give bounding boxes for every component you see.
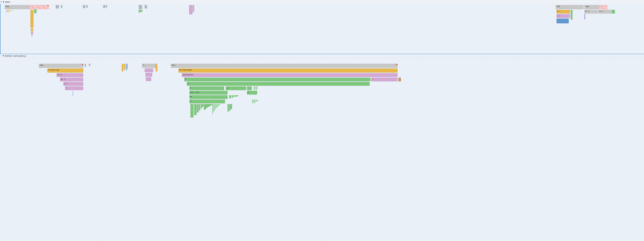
worker-anous[interactable]: (ano...ous) <box>190 91 228 94</box>
worker-orange-near-t[interactable] <box>156 64 157 71</box>
worker-right-bars <box>254 86 258 90</box>
worker-as[interactable]: (a...s) <box>57 73 83 77</box>
mini-purple-tr <box>584 14 585 19</box>
main-purple-col[interactable] <box>189 5 192 14</box>
main-blue-rect[interactable] <box>556 18 569 23</box>
worker-green-v-tall-2[interactable] <box>194 104 196 115</box>
worker-orange-mid-1[interactable] <box>122 64 124 71</box>
worker-green-v-tall-4[interactable] <box>199 104 200 110</box>
worker-V[interactable]: V <box>190 100 225 103</box>
worker-blue-line-1 <box>73 91 73 96</box>
main-task-mid-6[interactable] <box>106 5 107 8</box>
main-task-1-stripe <box>29 5 49 9</box>
main-re-block[interactable]: R...e <box>584 10 598 14</box>
worker-paren-ft-right[interactable]: (... <box>371 78 398 81</box>
worker-blue-mid-2 <box>127 64 128 69</box>
main-purple-col-2[interactable] <box>193 5 194 12</box>
main-green-1[interactable] <box>34 10 36 13</box>
main-task-mid-3[interactable] <box>83 5 85 8</box>
worker-_e[interactable]: _e <box>226 86 246 90</box>
main-fi-block[interactable]: F...I <box>556 10 570 14</box>
worker-v-right <box>252 100 258 103</box>
main-section-header[interactable]: ▼ Main <box>0 0 644 4</box>
worker-green-w-1[interactable] <box>229 95 231 98</box>
worker-orange-mid-2[interactable] <box>124 64 125 70</box>
worker-gray-2[interactable] <box>89 64 90 66</box>
tiny-purple-1 <box>32 35 32 36</box>
main-green-tr[interactable] <box>612 10 615 14</box>
main-orange-sub1[interactable] <box>31 28 33 31</box>
worker-green-dense-7[interactable] <box>211 104 212 105</box>
main-task-mid-2[interactable] <box>61 5 62 8</box>
worker-green-r3[interactable] <box>231 104 232 109</box>
main-task-mid-1[interactable] <box>56 5 59 8</box>
timeline-container: ▼ Main Task <box>0 0 644 241</box>
main-lat-block[interactable]: La...t <box>598 10 611 14</box>
worker-lt[interactable]: lt <box>187 82 370 86</box>
main-section: ▼ Main Task <box>0 0 644 54</box>
worker-o[interactable]: o <box>247 91 257 94</box>
tiny-green-2 <box>32 35 33 36</box>
worker-brown-1[interactable] <box>398 78 401 81</box>
orange-mini-2 <box>9 10 10 12</box>
worker-blue-mid <box>126 64 127 70</box>
worker-green-v-tall-3[interactable] <box>197 104 198 112</box>
worker-paren-1[interactable]: (...) <box>64 82 83 86</box>
green-mini-1 <box>12 10 12 12</box>
worker-label: ▼ Worker: exif-worker.js <box>2 55 26 57</box>
purple-mini-1 <box>7 10 7 12</box>
worker-W[interactable]: W <box>190 95 228 99</box>
main-task-mid-5[interactable] <box>103 5 105 8</box>
main-task-mid-4[interactable] <box>86 5 88 8</box>
worker-green-r1[interactable] <box>228 104 229 112</box>
worker-green-cascade <box>212 104 220 114</box>
main-label: ▼ Main <box>2 1 10 3</box>
main-task-1[interactable]: Task <box>5 5 29 9</box>
worker-task-large[interactable]: Task <box>171 64 398 68</box>
main-blue-indicator <box>0 4 0 54</box>
worker-purple-t1[interactable] <box>145 68 153 72</box>
worker-green-r2[interactable] <box>229 104 230 110</box>
worker-anonymous[interactable]: (anonymous) <box>182 73 398 77</box>
main-task-far-2[interactable] <box>145 5 147 8</box>
main-green-far-1[interactable] <box>139 10 141 12</box>
worker-green-w-5[interactable] <box>237 95 238 96</box>
worker-green-w-2[interactable] <box>232 95 233 98</box>
worker-section: Task Function Call (a...s) ge...e (...) … <box>0 58 644 240</box>
worker-green-small-1[interactable] <box>247 86 252 90</box>
main-purple-sub[interactable] <box>31 32 33 34</box>
main-paren-block[interactable]: (...) <box>556 14 570 18</box>
main-task-tr-2[interactable]: Task <box>584 5 599 9</box>
worker-green-w-3[interactable] <box>234 95 235 97</box>
worker-green-v-tall-5[interactable] <box>201 104 202 108</box>
worker-purple-t2[interactable] <box>146 73 152 76</box>
main-triangle <box>1 1 2 2</box>
worker-green-v-tall-1[interactable] <box>190 104 194 118</box>
worker-z[interactable]: z <box>190 86 224 90</box>
worker-gee[interactable]: ge...e <box>60 78 83 81</box>
worker-f-dots[interactable]: f... <box>65 86 83 90</box>
worker-section-header[interactable]: ▼ Worker: exif-worker.js <box>0 54 644 58</box>
worker-ft[interactable]: ft <box>184 78 370 81</box>
worker-run-microtasks[interactable]: Run Microtasks <box>178 68 398 72</box>
main-task-far-1[interactable] <box>139 5 142 9</box>
worker-green-v-tall-6[interactable] <box>202 104 204 106</box>
main-task-tr-1[interactable]: Task <box>556 5 584 9</box>
worker-purple-t3[interactable] <box>146 77 151 81</box>
worker-gray-1[interactable] <box>84 64 86 67</box>
orange-mini-3 <box>10 10 11 12</box>
main-green-3375[interactable] <box>571 10 572 20</box>
worker-task-small[interactable]: T... <box>142 64 156 68</box>
worker-green-w-4[interactable] <box>236 95 237 96</box>
worker-func-call-1[interactable]: Function Call <box>47 68 83 72</box>
main-green-far-2[interactable] <box>141 10 142 12</box>
main-task-tr-stripe <box>599 5 607 9</box>
worker-task-1[interactable]: Task <box>39 64 83 68</box>
main-function-col[interactable] <box>30 10 34 28</box>
orange-mini-1 <box>8 10 9 12</box>
